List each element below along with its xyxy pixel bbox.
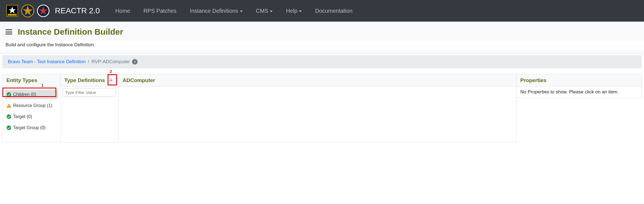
chevron-down-icon — [299, 11, 302, 12]
nav-help-label: Help — [286, 8, 297, 14]
hamburger-menu-icon[interactable] — [6, 29, 12, 34]
svg-rect-2 — [8, 14, 17, 16]
brand-text: REACTR 2.0 — [55, 6, 100, 15]
entity-type-label: Children (0) — [13, 92, 36, 97]
page-title: Instance Definition Builder — [18, 27, 123, 37]
panel-entity-types: Entity Types Children (0) Resource Group… — [2, 74, 60, 142]
breadcrumb: Bravo Team - Test Instance Definition / … — [2, 55, 642, 68]
entity-type-label: Resource Group (1) — [13, 103, 52, 108]
check-circle-icon — [6, 92, 11, 97]
entity-type-resource-group[interactable]: Resource Group (1) — [5, 101, 58, 110]
panel-main: ADComputer — [119, 74, 516, 142]
logo-us-army — [6, 4, 19, 17]
add-type-definition-button[interactable]: + — [108, 77, 114, 84]
nav-instance-definitions-label: Instance Definitions — [190, 8, 238, 14]
entity-type-target[interactable]: Target (0) — [5, 112, 58, 121]
check-circle-icon — [6, 125, 11, 130]
panel-type-definitions: Type Definitions + 2 — [60, 74, 119, 142]
chevron-down-icon — [270, 11, 273, 12]
entity-type-label: Target Group (0) — [13, 125, 45, 130]
svg-point-7 — [7, 92, 11, 97]
entity-type-children[interactable]: Children (0) — [5, 90, 58, 99]
breadcrumb-current: RVP-ADComputer — [92, 59, 130, 65]
nav-help[interactable]: Help — [280, 6, 307, 16]
page-header: Instance Definition Builder Build and co… — [0, 22, 644, 54]
type-filter-input[interactable] — [63, 88, 116, 96]
nav-links: Home RPS Patches Instance Definitions CM… — [110, 6, 358, 16]
svg-point-11 — [7, 114, 11, 119]
nav-cms[interactable]: CMS — [250, 6, 278, 16]
logo-emblem-orange — [21, 4, 34, 17]
logo-emblem-red — [37, 4, 50, 17]
entity-type-target-group[interactable]: Target Group (0) — [5, 123, 58, 132]
nav-cms-label: CMS — [256, 8, 268, 14]
nav-documentation[interactable]: Documentation — [310, 6, 358, 16]
panel-type-definitions-header: Type Definitions + — [60, 74, 118, 87]
warning-triangle-icon — [6, 103, 11, 108]
panel-type-definitions-body — [60, 87, 118, 142]
nav-home[interactable]: Home — [110, 6, 136, 16]
svg-rect-10 — [9, 107, 9, 107]
panel-properties: Properties No Properties to show. Please… — [516, 74, 642, 98]
nav-instance-definitions[interactable]: Instance Definitions — [184, 6, 248, 16]
svg-point-12 — [7, 126, 11, 130]
builder-panels: Entity Types Children (0) Resource Group… — [2, 74, 642, 142]
panel-entity-types-body: Children (0) Resource Group (1) Target (… — [2, 86, 60, 142]
panel-properties-header: Properties — [516, 74, 642, 86]
panel-main-body — [119, 86, 516, 142]
breadcrumb-separator: / — [88, 59, 89, 65]
annotation-label-2: 2 — [110, 69, 112, 74]
panel-main-header: ADComputer — [119, 74, 516, 86]
panel-entity-types-header: Entity Types — [2, 74, 60, 86]
properties-empty-message: No Properties to show. Please click on a… — [516, 86, 642, 98]
breadcrumb-link[interactable]: Bravo Team - Test Instance Definition — [8, 59, 86, 65]
nav-rps-patches[interactable]: RPS Patches — [138, 6, 182, 16]
annotation-label-1: 1 — [41, 83, 44, 88]
chevron-down-icon — [240, 11, 243, 12]
top-navbar: REACTR 2.0 Home RPS Patches Instance Def… — [0, 0, 644, 22]
brand-logos — [6, 4, 50, 17]
svg-rect-9 — [9, 105, 9, 106]
entity-type-label: Target (0) — [13, 114, 32, 119]
page-subtitle: Build and configure the Instance Definit… — [0, 40, 644, 50]
panel-type-definitions-title: Type Definitions — [64, 77, 105, 83]
check-circle-icon — [6, 114, 11, 119]
info-icon[interactable]: i — [132, 59, 138, 65]
